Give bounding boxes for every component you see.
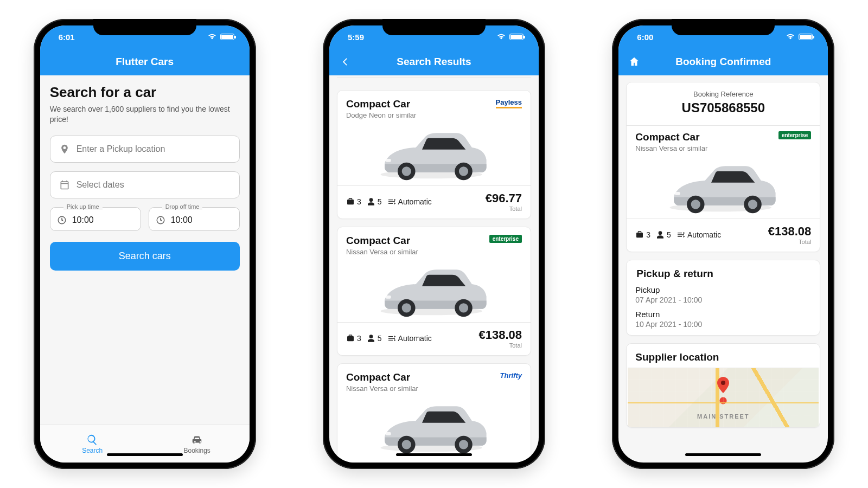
supplier-logo-enterprise: enterprise	[778, 131, 811, 139]
supplier-logo-thrifty: Thrifty	[500, 371, 522, 380]
pickup-location-field[interactable]: Enter a Pickup location	[50, 136, 240, 163]
pickup-label: Pickup	[635, 285, 811, 294]
nav-tab-search[interactable]: Search	[40, 425, 145, 463]
car-image	[663, 156, 783, 215]
dropoff-time-value: 10:00	[171, 215, 193, 225]
pickup-time-field[interactable]: Pick up time 10:00	[50, 207, 141, 231]
car-subtitle: Dodge Neon or similar	[346, 111, 416, 119]
dropoff-time-field[interactable]: Drop off time 10:00	[149, 207, 240, 231]
return-info: Return 10 Apr 2021 - 10:00	[635, 310, 811, 329]
search-cars-button[interactable]: Search cars	[50, 242, 240, 271]
wifi-icon	[207, 33, 217, 42]
car-title: Compact Car	[346, 98, 416, 110]
phone-frame-search: 6:01 Flutter Cars Search for a car We se…	[34, 19, 256, 469]
nav-label-search: Search	[82, 447, 103, 454]
dates-field[interactable]: Select dates	[50, 171, 240, 198]
seats-value: 5	[378, 334, 382, 343]
car-image	[374, 123, 494, 182]
map-view[interactable]: MAIN STREET	[628, 368, 819, 427]
person-icon	[367, 197, 375, 206]
card-divider	[627, 219, 820, 219]
status-indicators	[786, 33, 813, 42]
price: €96.77 Total	[486, 191, 522, 212]
pickup-return-card: Pickup & return Pickup 07 Apr 2021 - 10:…	[626, 260, 820, 336]
search-subheading: We search over 1,600 suppliers to find y…	[50, 104, 240, 125]
wifi-icon	[496, 33, 506, 42]
price: €138.08 Total	[478, 328, 522, 349]
transmission-icon	[387, 334, 396, 343]
car-subtitle: Nissan Versa or similar	[346, 248, 418, 256]
phone-frame-booking: 6:00 Booking Confirmed Booking Reference…	[612, 19, 834, 469]
supplier-location-title: Supplier location	[635, 351, 811, 363]
card-divider	[337, 185, 531, 186]
booking-ref-label: Booking Reference	[635, 90, 811, 98]
app-title: Flutter Cars	[116, 56, 174, 68]
return-value: 10 Apr 2021 - 10:00	[635, 320, 811, 329]
seats-value: 5	[378, 197, 382, 206]
bags-value: 3	[357, 197, 361, 206]
battery-icon	[799, 34, 813, 40]
status-time: 5:59	[348, 33, 364, 42]
nav-tab-bookings[interactable]: Bookings	[145, 425, 250, 463]
screen-search: 6:01 Flutter Cars Search for a car We se…	[40, 25, 250, 463]
car-image	[374, 259, 494, 319]
pickup-time-value: 10:00	[72, 215, 94, 225]
results-list[interactable]: Compact Car Dodge Neon or similar Payles…	[329, 84, 539, 463]
price-amount: €138.08	[768, 224, 812, 239]
time-row: Pick up time 10:00 Drop off time 10:00	[50, 207, 240, 231]
app-bar: Booking Confirmed	[618, 48, 828, 75]
home-button[interactable]	[626, 54, 642, 70]
car-subtitle: Nissan Versa or similar	[346, 384, 418, 393]
luggage-icon	[346, 197, 355, 206]
car-title: Compact Car	[346, 371, 418, 383]
status-time: 6:01	[59, 33, 75, 42]
battery-icon	[509, 34, 524, 40]
card-divider	[337, 322, 531, 323]
device-notch	[93, 19, 196, 35]
price: €138.08 Total	[768, 224, 812, 245]
car-image	[374, 396, 494, 455]
transmission-icon	[676, 230, 685, 239]
search-icon	[86, 434, 98, 446]
pickup-time-label: Pick up time	[63, 203, 103, 210]
nav-label-bookings: Bookings	[183, 447, 210, 454]
result-card[interactable]: Compact Car Dodge Neon or similar Payles…	[337, 90, 531, 219]
dates-placeholder: Select dates	[76, 180, 124, 190]
map-area-label: MAIN STREET	[697, 413, 750, 420]
app-bar: Flutter Cars	[40, 48, 250, 75]
battery-icon	[220, 34, 234, 40]
screen-booking: 6:00 Booking Confirmed Booking Reference…	[618, 25, 828, 463]
price-amount: €96.77	[486, 191, 522, 206]
search-content: Search for a car We search over 1,600 su…	[40, 75, 250, 425]
transmission-value: Automatic	[398, 334, 432, 343]
card-divider	[627, 125, 820, 126]
dropoff-time-label: Drop off time	[162, 203, 203, 210]
home-icon	[628, 56, 640, 68]
booking-ref-value: US705868550	[635, 100, 811, 115]
car-features: 3 5 Automatic	[346, 334, 432, 343]
price-total-label: Total	[486, 206, 522, 212]
wifi-icon	[786, 33, 795, 42]
back-button[interactable]	[337, 54, 353, 70]
car-subtitle: Nissan Versa or similar	[635, 144, 707, 152]
transmission-value: Automatic	[687, 230, 721, 239]
bags-value: 3	[646, 230, 650, 239]
status-indicators	[207, 33, 234, 42]
screen-results: 5:59 Search Results Compact Car Dodge Ne…	[329, 25, 539, 463]
app-title: Booking Confirmed	[675, 56, 771, 68]
app-title: Search Results	[397, 56, 471, 68]
status-indicators	[496, 33, 524, 42]
luggage-icon	[346, 334, 355, 343]
location-pin-icon	[59, 144, 70, 155]
transmission-value: Automatic	[398, 197, 432, 206]
transmission-icon	[387, 197, 396, 206]
status-time: 6:00	[637, 33, 653, 42]
price-amount: €138.08	[478, 328, 522, 342]
result-card[interactable]: Compact Car Nissan Versa or similar ente…	[337, 227, 531, 356]
result-card[interactable]: Compact Car Nissan Versa or similar Thri…	[337, 363, 531, 463]
app-bar: Search Results	[329, 48, 539, 75]
booking-content[interactable]: Booking Reference US705868550 Compact Ca…	[618, 75, 828, 463]
chevron-left-icon	[340, 56, 350, 67]
device-notch	[672, 19, 775, 35]
person-icon	[367, 334, 375, 343]
